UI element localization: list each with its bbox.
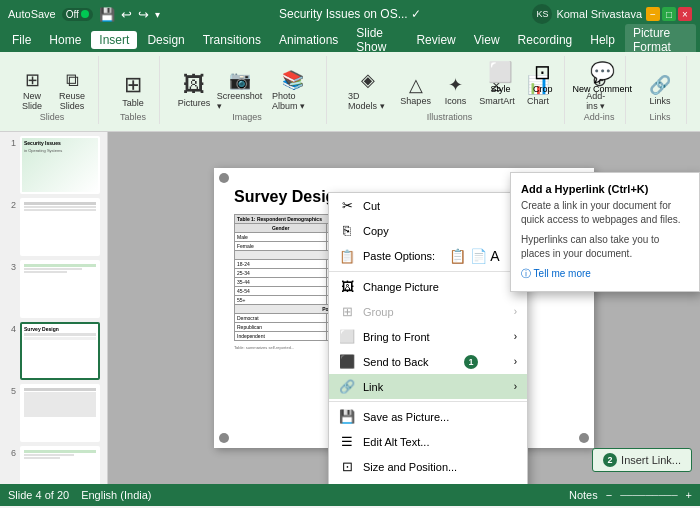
ctx-paste[interactable]: 📋 Paste Options: 📋 📄 A: [329, 243, 527, 269]
menu-animations[interactable]: Animations: [271, 31, 346, 49]
style-crop-area: ⬜ Style ⊡ Crop 💬 New Comment: [480, 56, 640, 98]
shapes-label: Shapes: [400, 96, 431, 106]
pictures-button[interactable]: 🖼 Pictures: [176, 69, 212, 111]
autosave-toggle[interactable]: Off: [62, 8, 93, 21]
ctx-bring-front[interactable]: ⬜ Bring to Front ›: [329, 324, 527, 349]
reuse-slides-label: Reuse: [59, 91, 85, 101]
slide-num-5: 5: [4, 386, 16, 396]
notes-button[interactable]: Notes: [569, 489, 598, 501]
ctx-sep-2: [329, 401, 527, 402]
icons-label: Icons: [445, 96, 467, 106]
ctx-size-position[interactable]: ⊡ Size and Position...: [329, 454, 527, 479]
ctx-copy[interactable]: ⎘ Copy: [329, 218, 527, 243]
ctx-link[interactable]: 🔗 Link ›: [329, 374, 527, 399]
menu-file[interactable]: File: [4, 31, 39, 49]
new-comment-button[interactable]: 💬 New Comment: [564, 56, 640, 98]
style-button[interactable]: ⬜ Style: [480, 56, 521, 98]
ctx-save-picture[interactable]: 💾 Save as Picture...: [329, 404, 527, 429]
ctx-cut-label: Cut: [363, 200, 380, 212]
slide-thumb-2[interactable]: 2: [4, 198, 103, 256]
slide-thumb-6[interactable]: 6: [4, 446, 103, 484]
menu-view[interactable]: View: [466, 31, 508, 49]
zoom-bar: ─────────: [620, 490, 677, 500]
title-bar-title: Security Issues on OS... ✓: [279, 7, 421, 21]
menu-recording[interactable]: Recording: [510, 31, 581, 49]
insert-link-button[interactable]: 2 Insert Link...: [592, 448, 692, 472]
icons-button[interactable]: ✦ Icons: [438, 71, 474, 109]
ctx-group[interactable]: ⊞ Group ›: [329, 299, 527, 324]
new-slide-button[interactable]: ⊞ New Slide: [14, 66, 50, 114]
send-back-badge: 1: [464, 355, 478, 369]
shapes-button[interactable]: △ Shapes: [398, 71, 434, 109]
close-button[interactable]: ×: [678, 7, 692, 21]
zoom-plus[interactable]: +: [686, 489, 692, 501]
slide-img-3: [20, 260, 100, 318]
link-icon: 🔗: [339, 379, 355, 394]
slide-num-1: 1: [4, 138, 16, 148]
screenshot-button[interactable]: 📷 Screenshot ▾: [216, 66, 263, 114]
menu-home[interactable]: Home: [41, 31, 89, 49]
zoom-minus[interactable]: −: [606, 489, 612, 501]
customize-icon[interactable]: ▾: [155, 9, 160, 20]
menu-review[interactable]: Review: [408, 31, 463, 49]
save-picture-icon: 💾: [339, 409, 355, 424]
addins-group-label: Add-ins: [584, 112, 615, 122]
autosave-state: Off: [66, 9, 79, 20]
menu-bar: File Home Insert Design Transitions Anim…: [0, 28, 700, 52]
tooltip-text1: Create a link in your document for quick…: [521, 199, 689, 227]
link-arrow: ›: [514, 381, 517, 392]
tables-group-label: Tables: [120, 112, 146, 122]
ctx-send-back[interactable]: ⬛ Send to Back 1 ›: [329, 349, 527, 374]
pin-topleft: [219, 173, 229, 183]
slide-thumb-5[interactable]: 5: [4, 384, 103, 442]
slide-thumb-3[interactable]: 3: [4, 260, 103, 318]
ctx-paste-label: Paste Options:: [363, 250, 435, 262]
links-button[interactable]: 🔗 Links: [642, 71, 678, 109]
insert-link-badge: 2: [603, 453, 617, 467]
pictures-icon: 🖼: [183, 72, 205, 98]
group-icon: ⊞: [339, 304, 355, 319]
new-slide-label: New: [23, 91, 41, 101]
tooltip-link[interactable]: ⓘ Tell me more: [521, 268, 591, 279]
ctx-format-picture[interactable]: 🖼 Format Picture...: [329, 479, 527, 484]
canvas-area: Survey Design Table 1: Respondent Demogr…: [108, 132, 700, 484]
illustrations-group-label: Illustrations: [427, 112, 473, 122]
undo-icon[interactable]: ↩: [121, 7, 132, 22]
ctx-link-label: Link: [363, 381, 383, 393]
slide-img-1: Security Issues in Operating Systems: [20, 136, 100, 194]
crop-button[interactable]: ⊡ Crop: [525, 56, 561, 98]
3d-models-label: 3D Models ▾: [348, 91, 389, 111]
menu-transitions[interactable]: Transitions: [195, 31, 269, 49]
insert-link-label: Insert Link...: [621, 454, 681, 466]
slides-group-label: Slides: [40, 112, 65, 122]
photo-album-button[interactable]: 📚 Photo Album ▾: [267, 66, 318, 114]
3d-models-button[interactable]: ◈ 3D Models ▾: [343, 66, 394, 114]
slide-img-6: [20, 446, 100, 484]
status-left: Slide 4 of 20 English (India): [8, 489, 151, 501]
table-button[interactable]: ⊞ Table: [115, 69, 151, 111]
slide-img-4: Survey Design: [20, 322, 100, 380]
context-menu: ✂ Cut ⎘ Copy 📋 Paste Options: 📋 📄 A 🖼 Ch…: [328, 192, 528, 484]
pin-bottomleft: [219, 433, 229, 443]
minimize-button[interactable]: −: [646, 7, 660, 21]
edit-alt-icon: ☰: [339, 434, 355, 449]
ctx-group-label: Group: [363, 306, 394, 318]
autosave-label: AutoSave: [8, 8, 56, 20]
ctx-cut[interactable]: ✂ Cut: [329, 193, 527, 218]
menu-design[interactable]: Design: [139, 31, 192, 49]
bring-front-icon: ⬜: [339, 329, 355, 344]
redo-icon[interactable]: ↪: [138, 7, 149, 22]
screenshot-label: Screenshot ▾: [217, 91, 263, 111]
menu-help[interactable]: Help: [582, 31, 623, 49]
ctx-edit-alt[interactable]: ☰ Edit Alt Text...: [329, 429, 527, 454]
menu-insert[interactable]: Insert: [91, 31, 137, 49]
slide-thumb-1[interactable]: 1 Security Issues in Operating Systems: [4, 136, 103, 194]
maximize-button[interactable]: □: [662, 7, 676, 21]
user-avatar: KS: [532, 4, 552, 24]
slide-thumb-4[interactable]: 4 Survey Design: [4, 322, 103, 380]
table-icon: ⊞: [124, 72, 142, 98]
reuse-slides-button[interactable]: ⧉ Reuse Slides: [54, 67, 90, 114]
save-icon[interactable]: 💾: [99, 7, 115, 22]
ctx-change-picture[interactable]: 🖼 Change Picture ›: [329, 274, 527, 299]
toggle-circle: [81, 10, 89, 18]
